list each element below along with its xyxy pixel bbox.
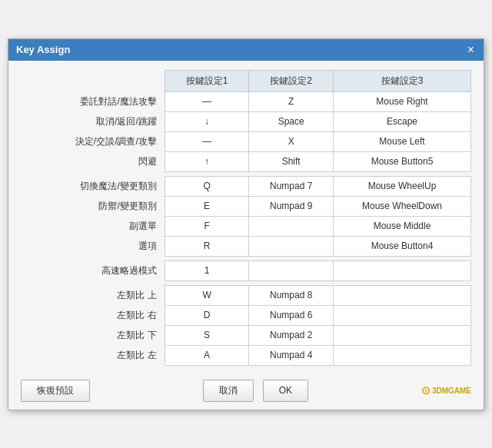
key-cell-0-3[interactable]: Mouse Right [334, 91, 471, 111]
key-cell-8-3[interactable]: Mouse Button4 [334, 236, 471, 256]
key-cell-3-2[interactable]: Shift [249, 151, 334, 171]
table-row: 左類比 上WNumpad 8 [21, 285, 471, 305]
window-title: Key Assign [16, 44, 70, 55]
key-cell-1-1[interactable]: ↓ [165, 111, 249, 131]
row-label: 左類比 左 [21, 345, 165, 365]
key-cell-13-3[interactable] [334, 305, 471, 325]
main-window: Key Assign × 按鍵設定1 按鍵設定2 按鍵設定3 委託對話/魔法攻擊… [8, 38, 484, 410]
row-label: 切換魔法/變更類別 [21, 176, 165, 196]
key-cell-6-1[interactable]: E [165, 196, 249, 216]
table-row: 委託對話/魔法攻擊—ZMouse Right [21, 91, 471, 111]
key-cell-15-3[interactable] [334, 345, 471, 365]
ok-button[interactable]: OK [263, 380, 308, 402]
key-assign-table: 按鍵設定1 按鍵設定2 按鍵設定3 委託對話/魔法攻擊—ZMouse Right… [21, 70, 471, 366]
key-cell-3-1[interactable]: ↑ [165, 151, 249, 171]
table-row: 防禦/變更類別ENumpad 9Mouse WheelDown [21, 196, 471, 216]
header-key3: 按鍵設定3 [334, 70, 471, 91]
table-row: 高速略過模式1 [21, 261, 471, 280]
row-label: 左類比 上 [21, 285, 165, 305]
key-cell-2-3[interactable]: Mouse Left [334, 131, 471, 151]
row-label: 委託對話/魔法攻擊 [21, 91, 165, 111]
key-cell-14-3[interactable] [334, 325, 471, 345]
key-cell-2-2[interactable]: X [249, 131, 334, 151]
header-empty [21, 70, 165, 91]
key-cell-12-3[interactable] [334, 285, 471, 305]
key-cell-0-1[interactable]: — [165, 91, 249, 111]
row-label: 防禦/變更類別 [21, 196, 165, 216]
reset-button[interactable]: 恢復預設 [21, 380, 90, 402]
key-cell-12-2[interactable]: Numpad 8 [249, 285, 334, 305]
key-cell-5-3[interactable]: Mouse WheelUp [334, 176, 471, 196]
key-cell-1-3[interactable]: Escape [334, 111, 471, 131]
row-label: 決定/交談/調查/攻擊 [21, 131, 165, 151]
key-cell-13-2[interactable]: Numpad 6 [249, 305, 334, 325]
footer-center: 取消 OK [203, 380, 308, 402]
content-area: 按鍵設定1 按鍵設定2 按鍵設定3 委託對話/魔法攻擊—ZMouse Right… [8, 61, 484, 373]
key-cell-6-3[interactable]: Mouse WheelDown [334, 196, 471, 216]
table-row: 取消/返回/跳躍↓SpaceEscape [21, 111, 471, 131]
key-cell-10-2[interactable] [249, 261, 334, 280]
title-bar: Key Assign × [8, 39, 484, 61]
watermark: ⊙ 3DMGAME [421, 384, 471, 397]
cancel-button[interactable]: 取消 [203, 380, 254, 402]
table-row: 左類比 下SNumpad 2 [21, 325, 471, 345]
table-row: 左類比 右DNumpad 6 [21, 305, 471, 325]
key-cell-15-1[interactable]: A [165, 345, 249, 365]
key-cell-15-2[interactable]: Numpad 4 [249, 345, 334, 365]
table-row: 選項RMouse Button4 [21, 236, 471, 256]
row-label: 副選單 [21, 216, 165, 236]
key-cell-2-1[interactable]: — [165, 131, 249, 151]
close-button[interactable]: × [466, 44, 476, 56]
row-label: 左類比 下 [21, 325, 165, 345]
key-cell-8-1[interactable]: R [165, 236, 249, 256]
key-cell-1-2[interactable]: Space [249, 111, 334, 131]
key-cell-6-2[interactable]: Numpad 9 [249, 196, 334, 216]
key-cell-14-1[interactable]: S [165, 325, 249, 345]
key-cell-10-3[interactable] [334, 261, 471, 280]
key-cell-3-3[interactable]: Mouse Button5 [334, 151, 471, 171]
key-cell-5-1[interactable]: Q [165, 176, 249, 196]
key-cell-7-3[interactable]: Mouse Middle [334, 216, 471, 236]
row-label: 取消/返回/跳躍 [21, 111, 165, 131]
row-label: 高速略過模式 [21, 261, 165, 280]
key-cell-13-1[interactable]: D [165, 305, 249, 325]
header-key1: 按鍵設定1 [165, 70, 249, 91]
key-cell-7-2[interactable] [249, 216, 334, 236]
footer: 恢復預設 取消 OK ⊙ 3DMGAME [8, 373, 484, 410]
table-row: 切換魔法/變更類別QNumpad 7Mouse WheelUp [21, 176, 471, 196]
key-cell-10-1[interactable]: 1 [165, 261, 249, 280]
table-row: 左類比 左ANumpad 4 [21, 345, 471, 365]
table-row: 閃避↑ShiftMouse Button5 [21, 151, 471, 171]
row-label: 閃避 [21, 151, 165, 171]
key-cell-5-2[interactable]: Numpad 7 [249, 176, 334, 196]
row-label: 左類比 右 [21, 305, 165, 325]
table-row: 決定/交談/調查/攻擊—XMouse Left [21, 131, 471, 151]
key-cell-14-2[interactable]: Numpad 2 [249, 325, 334, 345]
key-cell-12-1[interactable]: W [165, 285, 249, 305]
key-cell-8-2[interactable] [249, 236, 334, 256]
row-label: 選項 [21, 236, 165, 256]
key-cell-7-1[interactable]: F [165, 216, 249, 236]
header-key2: 按鍵設定2 [249, 70, 334, 91]
key-cell-0-2[interactable]: Z [249, 91, 334, 111]
table-row: 副選單FMouse Middle [21, 216, 471, 236]
